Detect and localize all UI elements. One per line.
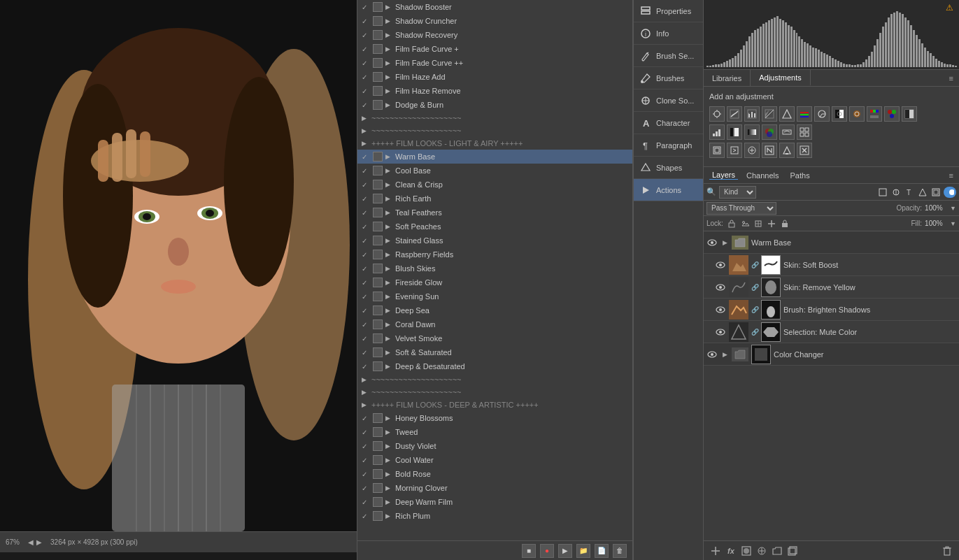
layer-delete-btn[interactable] [941,545,953,557]
action-item[interactable]: ▶~~~~~~~~~~~~~~~~~~~~ [357,124,632,137]
lock-artboard[interactable] [753,218,764,229]
action-item[interactable]: ▶+++++ FILM LOOKS - DEEP & ARTISTIC ++++… [357,399,632,411]
action-item[interactable]: ▶+++++ FILM LOOKS - LIGHT & AIRY +++++ [357,137,632,150]
tool-paragraph[interactable]: ¶ Paragraph [634,134,703,157]
layer-row[interactable]: ▶ Warm Base [704,231,959,254]
adj-levels[interactable] [744,106,760,122]
adj-black-white[interactable] [832,106,847,122]
action-item[interactable]: ✓▶Velvet Smoke [357,331,632,345]
nav-right[interactable]: ▶ [36,538,42,546]
adj-brightness[interactable] [709,106,725,122]
layer-group-btn[interactable] [771,545,783,557]
action-item[interactable]: ▶~~~~~~~~~~~~~~~~~~~~ [357,373,632,386]
delete-action-button[interactable]: 🗑 [613,544,627,558]
record-button[interactable]: ● [540,544,554,558]
action-item[interactable]: ✓▶Soft & Saturated [357,345,632,359]
action-item[interactable]: ✓▶Dusty Violet [357,439,632,453]
tool-brushes[interactable]: Brushes [634,67,703,89]
adj-action5[interactable] [779,143,795,158]
adj-smart-object[interactable] [709,143,725,158]
action-item[interactable]: ✓▶Shadow Recovery [357,28,632,42]
layer-row[interactable]: 🔗 Selection: Mute Color [704,321,959,343]
action-item[interactable]: ✓▶Warm Base [357,150,632,164]
adj-channel-mixer[interactable] [867,106,882,122]
layer-expand-icon[interactable]: ▶ [720,350,729,359]
action-item[interactable]: ✓▶Coral Dawn [357,317,632,331]
layer-adjustment-btn[interactable] [755,545,768,557]
action-item[interactable]: ✓▶Soft Peaches [357,220,632,234]
adj-gradient-map[interactable] [744,124,760,140]
action-item[interactable]: ✓▶Honey Blossoms [357,411,632,425]
layer-visibility-toggle[interactable] [715,282,726,293]
action-item[interactable]: ✓▶Shadow Cruncher [357,14,632,28]
blend-mode-select[interactable]: Pass Through Normal Multiply Screen Over… [706,202,776,215]
layer-expand-icon[interactable]: ▶ [720,238,729,247]
tool-character[interactable]: A Character [634,112,703,134]
action-item[interactable]: ✓▶Deep Sea [357,303,632,317]
tool-brush-settings[interactable]: Brush Se... [634,45,703,67]
layer-new-btn[interactable] [786,545,799,557]
action-item[interactable]: ✓▶Shadow Booster [357,0,632,14]
adj-invert[interactable] [902,106,917,122]
new-set-button[interactable]: 📁 [576,544,590,558]
tab-layers[interactable]: Layers [709,171,738,180]
layer-fx-btn[interactable]: fx [725,545,737,557]
action-item[interactable]: ✓▶Film Fade Curve + [357,42,632,56]
filter-text[interactable]: T [904,187,915,198]
nav-left[interactable]: ◀ [28,538,34,546]
action-item[interactable]: ✓▶Film Haze Add [357,70,632,84]
filter-shape[interactable] [917,187,928,198]
action-item[interactable]: ✓▶Dodge & Burn [357,98,632,112]
action-item[interactable]: ✓▶Morning Clover [357,481,632,495]
filter-toggle[interactable] [944,187,956,198]
adj-exposure[interactable] [762,106,777,122]
adj-action3[interactable] [744,143,760,158]
action-item[interactable]: ▶~~~~~~~~~~~~~~~~~~~~ [357,386,632,399]
action-item[interactable]: ✓▶Blush Skies [357,261,632,275]
play-button[interactable]: ▶ [558,544,572,558]
action-item[interactable]: ✓▶Teal Feathers [357,206,632,220]
layer-row[interactable]: 🔗 Skin: Remove Yellow [704,276,959,299]
adj-posterize[interactable] [709,124,725,140]
tool-shapes[interactable]: Shapes [634,157,703,179]
adj-vibrance[interactable] [779,106,795,122]
layer-mask-btn[interactable] [740,545,753,557]
action-item[interactable]: ✓▶Cool Water [357,453,632,467]
action-item[interactable]: ✓▶Rich Earth [357,192,632,206]
fill-arrow[interactable]: ▼ [950,220,956,227]
tab-libraries[interactable]: Libraries [704,70,751,86]
action-item[interactable]: ✓▶Stained Glass [357,234,632,247]
adj-pattern[interactable] [797,124,812,140]
filter-pixel[interactable] [877,187,888,198]
tab-channels[interactable]: Channels [744,171,781,180]
action-item[interactable]: ▶~~~~~~~~~~~~~~~~~~~~ [357,112,632,124]
layer-visibility-toggle[interactable] [715,326,726,338]
action-item[interactable]: ✓▶Deep & Desaturated [357,359,632,373]
tool-clone-source[interactable]: Clone So... [634,89,703,112]
lock-transparent[interactable] [726,218,737,229]
adj-curves[interactable] [727,106,742,122]
layer-row[interactable]: 🔗 Brush: Brighten Shadows [704,299,959,321]
opacity-arrow[interactable]: ▼ [950,205,956,212]
layer-visibility-toggle[interactable] [715,259,726,271]
adj-hsl[interactable] [797,106,812,122]
lock-position[interactable] [766,218,777,229]
adj-selective-color[interactable] [762,124,777,140]
layers-menu-icon[interactable]: ≡ [949,171,953,180]
action-item[interactable]: ✓▶Film Fade Curve ++ [357,56,632,70]
adj-action2[interactable] [727,143,742,158]
adj-action4[interactable] [762,143,777,158]
action-item[interactable]: ✓▶Tweed [357,425,632,439]
tool-info[interactable]: i Info [634,22,703,45]
adj-photo-filter[interactable] [849,106,865,122]
layer-row[interactable]: ▶ Color Changer [704,343,959,366]
action-item[interactable]: ✓▶Bold Rose [357,467,632,481]
adj-brightness2[interactable] [779,124,795,140]
action-item[interactable]: ✓▶Film Haze Remove [357,84,632,98]
filter-smart[interactable] [930,187,942,198]
adj-action6[interactable] [797,143,812,158]
adj-color-balance[interactable] [814,106,830,122]
layer-visibility-toggle[interactable] [706,237,718,248]
tool-properties[interactable]: Properties [634,0,703,22]
action-item[interactable]: ✓▶Raspberry Fields [357,247,632,261]
